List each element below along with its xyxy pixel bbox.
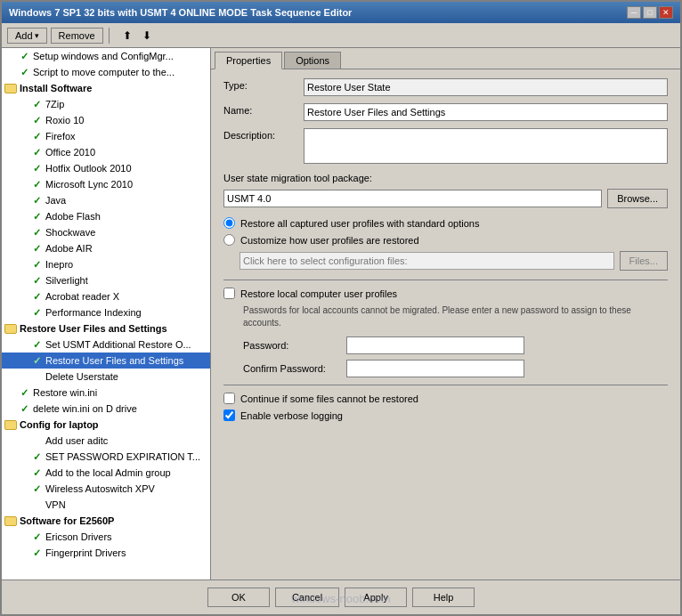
tree-item-hotfix-outlook[interactable]: Hotfix Outlook 2010 <box>2 160 210 176</box>
tree-item-label: Set USMT Additional Restore O... <box>45 339 191 350</box>
tab-properties[interactable]: Properties <box>215 52 282 69</box>
tree-group-label: Restore User Files and Settings <box>20 323 167 334</box>
tree-item-set-password[interactable]: SET PASSWORD EXPIRATION T... <box>2 449 210 465</box>
radio-customize-label: Customize how user profiles are restored <box>240 235 419 246</box>
check-icon <box>30 306 43 319</box>
check-icon <box>30 258 43 271</box>
tree-item-label: Restore User Files and Settings <box>45 355 183 366</box>
tree-item-7zip[interactable]: 7Zip <box>2 96 210 112</box>
restore-local-section: Restore local computer user profiles Pas… <box>223 288 668 377</box>
tree-item-label: Microsoft Lync 2010 <box>45 179 133 190</box>
radio-restore-all[interactable] <box>223 217 235 229</box>
tree-item-label: Restore win.ini <box>33 387 97 398</box>
tree-item-add-local-admin[interactable]: Add to the local Admin group <box>2 465 210 481</box>
bottom-area: OK Cancel Apply Help windows-noob.com <box>2 580 680 614</box>
tab-bar: Properties Options <box>211 48 680 69</box>
main-window: Windows 7 SP1 32 bits with USMT 4 ONLINE… <box>0 0 682 616</box>
tree-item-script-move[interactable]: Script to move computer to the... <box>2 64 210 80</box>
tree-item-fingerprint[interactable]: Fingerprint Drivers <box>2 545 210 561</box>
tree-item-setup-windows[interactable]: Setup windows and ConfigMgr... <box>2 48 210 64</box>
name-input[interactable] <box>304 103 668 121</box>
tree-group-install-software[interactable]: Install Software <box>2 80 210 96</box>
check-icon <box>30 146 43 158</box>
restore-local-checkbox-row: Restore local computer user profiles <box>223 288 668 299</box>
password-input[interactable] <box>346 336 524 354</box>
check-icon <box>30 242 43 255</box>
type-input[interactable] <box>304 78 668 96</box>
move-up-icon[interactable]: ⬆ <box>118 27 136 45</box>
radio-customize[interactable] <box>223 234 235 246</box>
help-button[interactable]: Help <box>412 588 475 607</box>
description-textarea[interactable] <box>304 128 668 164</box>
properties-content: Type: Name: Description: <box>211 69 680 580</box>
tree-item-adobe-flash[interactable]: Adobe Flash <box>2 208 210 224</box>
tree-item-shockwave[interactable]: Shockwave <box>2 224 210 240</box>
restore-local-label: Restore local computer user profiles <box>240 288 397 299</box>
tree-item-mslync[interactable]: Microsoft Lync 2010 <box>2 176 210 192</box>
description-field-row: Description: <box>223 128 668 166</box>
confirm-password-label: Confirm Password: <box>243 363 341 374</box>
tree-item-label: Adobe AIR <box>45 243 93 254</box>
check-icon <box>30 274 43 287</box>
tree-item-delete-userstate[interactable]: Delete Userstate <box>2 369 210 385</box>
check-icon <box>30 178 43 190</box>
description-label: Description: <box>223 128 304 141</box>
apply-button[interactable]: Apply <box>345 588 407 607</box>
tree-item-label: delete win.ini on D drive <box>33 403 137 414</box>
tree-item-vpn[interactable]: VPN <box>2 497 210 513</box>
usmt-input[interactable] <box>223 190 602 207</box>
restore-local-checkbox[interactable] <box>223 288 235 299</box>
tree-item-roxio[interactable]: Roxio 10 <box>2 112 210 128</box>
verbose-logging-checkbox[interactable] <box>223 409 235 421</box>
tree-group-software-e2560p[interactable]: Software for E2560P <box>2 513 210 529</box>
tree-item-label: Add to the local Admin group <box>45 467 171 478</box>
tree-group-config-laptop[interactable]: Config for laptop <box>2 417 210 433</box>
tree-item-java[interactable]: Java <box>2 192 210 208</box>
tree-item-inepro[interactable]: Inepro <box>2 256 210 272</box>
tree-item-wireless[interactable]: Wireless Autoswitch XPV <box>2 481 210 497</box>
tree-item-delete-winini[interactable]: delete win.ini on D drive <box>2 401 210 417</box>
confirm-password-input[interactable] <box>346 360 524 377</box>
type-field-row: Type: <box>223 78 668 96</box>
description-value-container <box>304 128 668 166</box>
tree-item-label: Ericson Drivers <box>45 531 112 542</box>
tree-item-ericson[interactable]: Ericson Drivers <box>2 529 210 545</box>
add-button[interactable]: Add ▾ <box>7 28 47 44</box>
check-icon <box>18 386 30 399</box>
toolbar-separator <box>109 28 110 44</box>
tree-item-perf-index[interactable]: Performance Indexing <box>2 304 210 320</box>
close-button[interactable]: ✕ <box>659 6 673 19</box>
tree-group-label: Software for E2560P <box>20 515 114 526</box>
continue-if-some-row: Continue if some files cannot be restore… <box>223 393 668 404</box>
move-down-icon[interactable]: ⬇ <box>138 27 156 45</box>
tree-item-adobe-air[interactable]: Adobe AIR <box>2 240 210 256</box>
continue-checkbox[interactable] <box>223 393 235 404</box>
config-files-input[interactable] <box>240 252 614 270</box>
tree-item-label: Roxio 10 <box>45 115 84 126</box>
tree-item-label: Script to move computer to the... <box>33 67 175 77</box>
tree-item-office2010[interactable]: Office 2010 <box>2 144 210 160</box>
tree-item-set-usmt[interactable]: Set USMT Additional Restore O... <box>2 336 210 353</box>
browse-button[interactable]: Browse... <box>607 189 668 208</box>
tree-item-restore-winini[interactable]: Restore win.ini <box>2 385 210 401</box>
tree-item-label: Firefox <box>45 131 76 142</box>
tree-item-restore-user-files-settings[interactable]: Restore User Files and Settings <box>2 353 210 369</box>
maximize-button[interactable]: □ <box>643 6 657 19</box>
verbose-logging-row: Enable verbose logging <box>223 409 668 421</box>
name-field-row: Name: <box>223 103 668 121</box>
confirm-password-field-row: Confirm Password: <box>243 360 668 377</box>
tree-item-label: Wireless Autoswitch XPV <box>45 483 155 494</box>
continue-label: Continue if some files cannot be restore… <box>240 393 418 404</box>
tree-group-restore-user-files[interactable]: Restore User Files and Settings <box>2 320 210 336</box>
cancel-button[interactable]: Cancel <box>275 588 339 607</box>
tab-options[interactable]: Options <box>284 52 341 69</box>
toolbar: Add ▾ Remove ⬆ ⬇ <box>2 23 680 48</box>
tree-item-acrobat[interactable]: Acrobat reader X <box>2 288 210 304</box>
ok-button[interactable]: OK <box>207 588 270 607</box>
tree-item-firefox[interactable]: Firefox <box>2 128 210 144</box>
tree-item-add-user-aditc[interactable]: Add user aditc <box>2 433 210 449</box>
remove-button[interactable]: Remove <box>51 28 103 44</box>
files-button[interactable]: Files... <box>620 251 668 271</box>
tree-item-silverlight[interactable]: Silverlight <box>2 272 210 288</box>
minimize-button[interactable]: ─ <box>627 6 641 19</box>
